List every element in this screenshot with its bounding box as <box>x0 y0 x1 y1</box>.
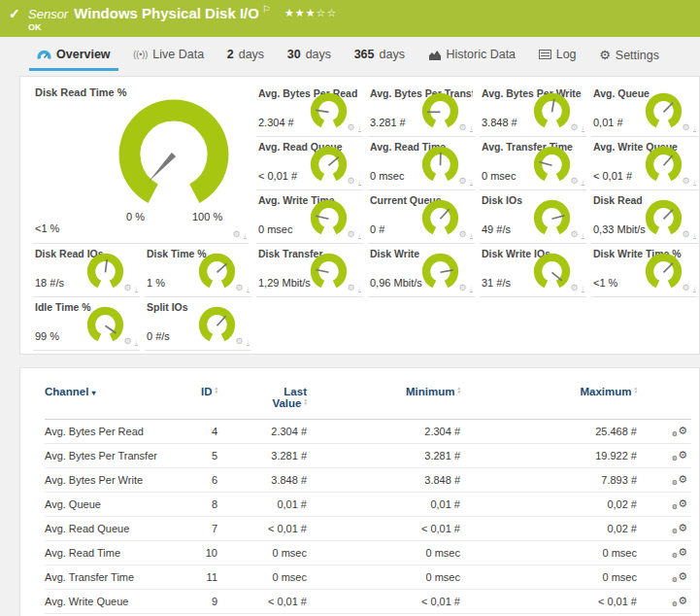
pin-icon[interactable]: ↓ <box>358 178 362 186</box>
channel-maximum: 19.922 # <box>474 444 650 468</box>
tab-historic-data[interactable]: Historic Data <box>420 46 524 68</box>
mini-gauge <box>418 89 462 129</box>
channel-row[interactable]: Avg. Bytes Per Transfer 5 3.281 # 3.281 … <box>45 444 691 468</box>
gauge-value: 2.304 # <box>258 117 294 128</box>
channel-gear-icon[interactable]: ⚙ <box>570 284 578 292</box>
mini-gauge <box>530 250 574 290</box>
channel-gear-icon[interactable]: ⚙ <box>347 230 354 239</box>
channel-gear-icon[interactable]: ⚙ <box>347 284 354 292</box>
pin-icon[interactable]: ↓ <box>582 178 585 186</box>
pin-icon[interactable]: ↓ <box>358 231 362 239</box>
pin-icon[interactable]: ↓ <box>244 231 248 239</box>
tab-log[interactable]: Log <box>531 46 584 68</box>
gauge-tile: Avg. Write Queue < 0,01 # ⚙ ↓ <box>591 137 698 190</box>
channel-minimum: 3.281 # <box>320 444 474 468</box>
pin-icon[interactable]: ↓ <box>693 231 697 239</box>
column-header-channel[interactable]: Channel▾ <box>45 378 190 420</box>
channel-gear-icon[interactable]: ⚙ <box>682 177 689 186</box>
channel-settings-icon[interactable]: ⚙⚙ <box>672 595 687 608</box>
channel-settings-icon[interactable]: ⚙⚙ <box>672 522 687 535</box>
sort-icon: ▴▾ <box>457 386 460 394</box>
channel-settings-icon[interactable]: ⚙⚙ <box>672 546 687 560</box>
channel-gear-icon[interactable]: ⚙ <box>682 123 689 132</box>
pin-icon[interactable]: ↓ <box>470 285 474 292</box>
channel-gear-icon[interactable]: ⚙ <box>123 284 131 292</box>
pin-icon[interactable]: ↓ <box>693 285 697 292</box>
mini-gauge <box>530 196 574 236</box>
channel-row[interactable]: Avg. Queue 8 0,01 # 0,01 # 0,02 # ⚙⚙ <box>45 493 691 517</box>
pin-icon[interactable]: ↓ <box>582 285 585 292</box>
pin-icon[interactable]: ↓ <box>693 178 697 186</box>
tab-settings[interactable]: ⚙ Settings <box>591 46 667 69</box>
channel-gear-icon[interactable]: ⚙ <box>458 123 466 132</box>
gauge-tile: Avg. Transfer Time 0 msec ⚙ ↓ <box>480 137 586 190</box>
channel-id: 4 <box>190 420 231 444</box>
pin-icon[interactable]: ↓ <box>582 124 585 132</box>
channel-settings-icon[interactable]: ⚙⚙ <box>672 497 687 511</box>
tab-live-data[interactable]: ((•)) Live Data <box>125 46 212 68</box>
pin-icon[interactable]: ↓ <box>470 231 474 239</box>
flag-icon[interactable]: ⚐ <box>262 4 271 15</box>
tab-overview[interactable]: Overview <box>29 46 118 71</box>
channel-gear-icon[interactable]: ⚙ <box>570 230 578 239</box>
channel-gear-icon[interactable]: ⚙ <box>570 177 578 186</box>
tab-365-days[interactable]: 365 days <box>347 46 413 68</box>
channel-gear-icon[interactable]: ⚙ <box>347 177 354 186</box>
gauge-value: 0 #/s <box>147 330 170 342</box>
mini-gauge <box>530 143 574 183</box>
channel-row[interactable]: Avg. Bytes Per Write 6 3.848 # 3.848 # 7… <box>45 468 691 493</box>
channel-gear-icon[interactable]: ⚙ <box>232 230 240 239</box>
pin-icon[interactable]: ↓ <box>247 285 250 292</box>
channel-minimum: 0 msec <box>320 541 474 565</box>
disk-read-time-gauge <box>106 93 242 217</box>
channel-settings-icon[interactable]: ⚙⚙ <box>672 570 687 584</box>
gauge-tile: Avg. Bytes Per Transfer 3.281 # ⚙ ↓ <box>368 84 475 137</box>
channel-row[interactable]: Avg. Write Queue 9 < 0,01 # < 0,01 # < 0… <box>45 590 691 614</box>
channel-row[interactable]: Avg. Transfer Time 11 0 msec 0 msec 0 ms… <box>45 565 691 590</box>
pin-icon[interactable]: ↓ <box>358 124 362 132</box>
channel-gear-icon[interactable]: ⚙ <box>235 284 243 292</box>
pin-icon[interactable]: ↓ <box>470 124 474 132</box>
mini-gauge <box>83 303 127 343</box>
status-badge: OK <box>28 22 42 32</box>
gauge-tile: Disk IOs 49 #/s ⚙ ↓ <box>480 190 586 244</box>
channel-gear-icon[interactable]: ⚙ <box>682 284 689 292</box>
channel-gear-icon[interactable]: ⚙ <box>123 337 131 346</box>
sort-icon: ▴▾ <box>215 386 217 394</box>
channel-row[interactable]: Avg. Bytes Per Read 4 2.304 # 2.304 # 25… <box>45 420 691 444</box>
channel-settings-icon[interactable]: ⚙⚙ <box>672 449 687 462</box>
priority-stars[interactable]: ★★★☆☆ <box>284 7 337 18</box>
channel-settings-icon[interactable]: ⚙⚙ <box>672 425 687 438</box>
channel-row[interactable]: Avg. Read Time 10 0 msec 0 msec 0 msec ⚙… <box>45 541 691 565</box>
channel-gear-icon[interactable]: ⚙ <box>347 123 354 132</box>
channel-gear-icon[interactable]: ⚙ <box>458 284 466 292</box>
channel-gear-icon[interactable]: ⚙ <box>458 230 466 239</box>
channel-settings-icon[interactable]: ⚙⚙ <box>672 473 687 487</box>
channel-gear-icon[interactable]: ⚙ <box>682 230 689 239</box>
tab-2-days[interactable]: 2 days <box>219 46 272 68</box>
channel-gear-icon[interactable]: ⚙ <box>235 337 243 346</box>
column-header-minimum[interactable]: Minimum▴▾ <box>320 378 474 420</box>
channel-last-value: 0 msec <box>231 541 320 565</box>
pin-icon[interactable]: ↓ <box>135 285 139 292</box>
pin-icon[interactable]: ↓ <box>135 338 139 346</box>
channel-row[interactable]: Avg. Read Queue 7 < 0,01 # < 0,01 # 0,02… <box>45 517 691 541</box>
gauge-value: 1,29 Mbit/s <box>258 277 311 289</box>
pin-icon[interactable]: ↓ <box>693 124 697 132</box>
pin-icon[interactable]: ↓ <box>582 231 585 239</box>
column-header-actions <box>650 378 691 420</box>
channel-name: Avg. Bytes Per Read <box>45 420 190 444</box>
column-header-maximum[interactable]: Maximum▴▾ <box>474 378 650 420</box>
pin-icon[interactable]: ↓ <box>470 178 474 186</box>
gauge-tile: Disk Transfer 1,29 Mbit/s ⚙ ↓ <box>256 244 363 297</box>
channel-last-value: 3.848 # <box>231 468 320 493</box>
channel-gear-icon[interactable]: ⚙ <box>570 123 578 132</box>
channel-name: Avg. Queue <box>45 493 190 517</box>
channel-gear-icon[interactable]: ⚙ <box>458 177 466 186</box>
pin-icon[interactable]: ↓ <box>247 338 250 346</box>
tab-30-days[interactable]: 30 days <box>280 46 339 68</box>
gauge-title: Disk Write <box>370 248 419 259</box>
column-header-id[interactable]: ID▴▾ <box>190 378 231 420</box>
column-header-last-value[interactable]: Last Value▴▾ <box>231 378 320 420</box>
pin-icon[interactable]: ↓ <box>358 285 362 292</box>
